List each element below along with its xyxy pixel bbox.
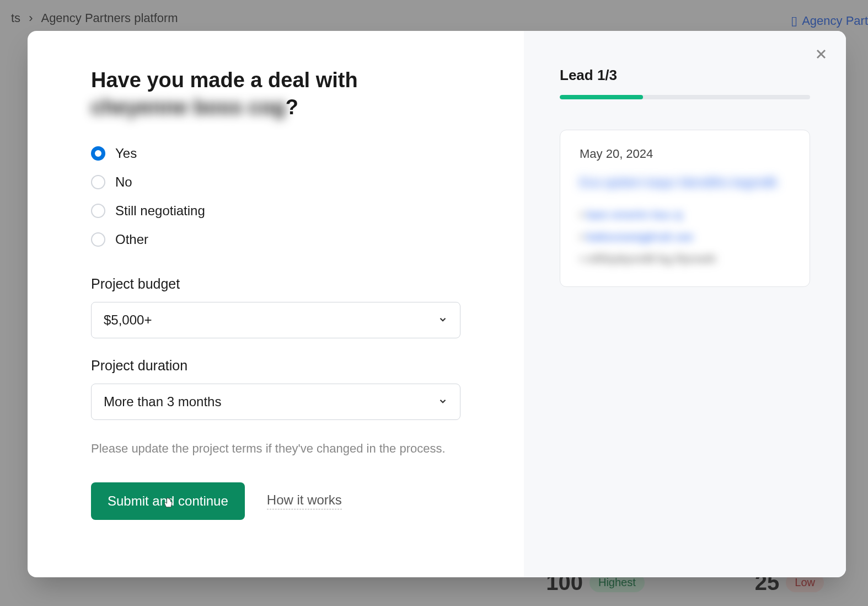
select-value: More than 3 months [104, 394, 221, 410]
chevron-down-icon [438, 312, 448, 328]
button-label: Submit and continue [108, 493, 228, 508]
radio-indicator [91, 204, 105, 218]
radio-indicator-selected [91, 146, 105, 161]
lead-counter: Lead 1/3 [560, 67, 810, 84]
duration-label: Project duration [91, 358, 460, 374]
radio-label: Yes [115, 146, 137, 161]
client-name-blurred: cheyenne boss cog [91, 95, 286, 119]
radio-no[interactable]: No [91, 168, 460, 196]
select-value: $5,000+ [104, 312, 152, 328]
lead-name-blurred: Eva spidem kaqur blendiths kegmdlk [580, 172, 790, 193]
radio-other[interactable]: Other [91, 225, 460, 254]
duration-select[interactable]: More than 3 months [91, 384, 460, 420]
contact-email: kwksvoseejglrnzk soe [587, 231, 693, 243]
lead-date: May 20, 2024 [580, 147, 790, 161]
radio-label: No [115, 174, 132, 190]
budget-label: Project budget [91, 276, 460, 292]
submit-continue-button[interactable]: Submit and continue [91, 482, 245, 520]
helper-text: Please update the project terms if they'… [91, 439, 460, 458]
radio-yes[interactable]: Yes [91, 139, 460, 168]
progress-fill [560, 95, 643, 99]
deal-modal: Have you made a deal with cheyenne boss … [28, 31, 846, 577]
lead-contacts-blurred: ▪ bare emertrn bou sj ▪ kwksvoseejglrnzk… [580, 204, 790, 270]
modal-actions: Submit and continue How it works [91, 482, 460, 520]
lead-card: May 20, 2024 Eva spidem kaqur blendiths … [560, 130, 810, 287]
how-it-works-link[interactable]: How it works [267, 492, 342, 509]
radio-negotiating[interactable]: Still negotiating [91, 196, 460, 225]
question-heading: Have you made a deal with cheyenne boss … [91, 67, 460, 121]
close-button[interactable] [810, 43, 832, 65]
chevron-down-icon [438, 394, 448, 410]
lead-progress-bar [560, 95, 810, 99]
contact-link: bare emertrn bou sj [587, 209, 682, 221]
modal-form-panel: Have you made a deal with cheyenne boss … [28, 31, 524, 577]
radio-label: Still negotiating [115, 203, 205, 219]
modal-lead-panel: Lead 1/3 May 20, 2024 Eva spidem kaqur b… [524, 31, 846, 577]
deal-radio-group: Yes No Still negotiating Other [91, 139, 460, 254]
radio-indicator [91, 232, 105, 247]
budget-select[interactable]: $5,000+ [91, 302, 460, 338]
radio-indicator [91, 175, 105, 189]
close-icon [813, 46, 829, 62]
contact-address: mflStyiitymrtllt fsg Rjvmeth [587, 253, 716, 265]
radio-label: Other [115, 232, 148, 247]
question-suffix: ? [286, 95, 298, 119]
question-prefix: Have you made a deal with [91, 68, 358, 92]
